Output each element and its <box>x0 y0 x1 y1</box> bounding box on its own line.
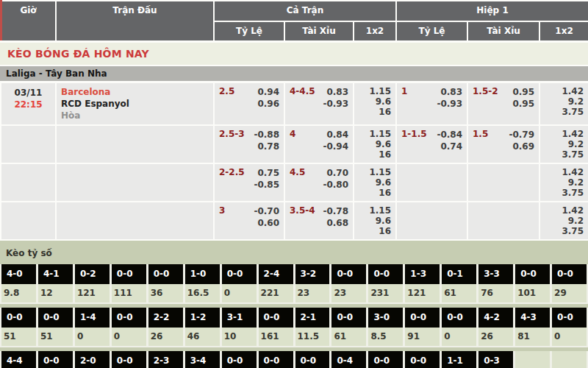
handicap-line: 2-2.5 <box>219 167 245 177</box>
odds-value[interactable]: 9.2 <box>545 216 584 226</box>
odds-cell-ft-1x2-cell: 1.159.616 <box>354 125 396 163</box>
odds-value[interactable]: 1.42 <box>545 86 584 96</box>
odds-value[interactable]: 0.60 <box>219 217 279 229</box>
score-odd-value[interactable]: 101 <box>515 284 550 302</box>
odds-value[interactable]: 9.2 <box>545 139 584 149</box>
col-group-full-time: Cả Trận <box>214 1 396 21</box>
odds-value[interactable]: 9.6 <box>359 216 391 226</box>
score-label: 0-0 <box>112 351 146 368</box>
odds-value[interactable]: 0.84 <box>290 129 348 141</box>
score-row: 4-04-10-20-00-01-00-02-43-20-00-01-30-13… <box>0 264 588 304</box>
score-odd-value[interactable]: 111 <box>112 284 146 302</box>
score-odd-value[interactable]: 26 <box>148 328 183 346</box>
score-odd-value[interactable]: 23 <box>331 284 366 302</box>
score-odd-value[interactable]: 26 <box>478 328 513 346</box>
score-odd-value[interactable]: 0 <box>112 328 146 346</box>
odds-value[interactable]: 0.96 <box>219 98 279 110</box>
score-odd-value[interactable]: 161 <box>259 328 293 346</box>
score-odd-value[interactable]: 11.5 <box>295 328 330 346</box>
score-odd-value[interactable]: 121 <box>75 284 110 302</box>
odds-value[interactable]: 0.95 <box>473 98 534 110</box>
odds-value[interactable]: 9.2 <box>545 177 584 188</box>
odds-value[interactable]: 16 <box>359 226 391 236</box>
score-odd-value[interactable]: 0 <box>552 328 587 346</box>
score-label: 2-0 <box>75 351 110 368</box>
odds-value[interactable]: 9.6 <box>359 96 391 107</box>
score-odd-value[interactable]: 46 <box>185 328 220 346</box>
score-odd-value[interactable]: 0 <box>75 328 110 346</box>
odds-value[interactable]: 3.75 <box>545 149 584 160</box>
score-odd-value[interactable]: 51 <box>38 328 73 346</box>
col-header-time: Giờ <box>1 1 56 41</box>
odds-value[interactable]: 0.69 <box>473 141 534 152</box>
score-label: 3-1 <box>222 308 257 328</box>
score-odd-value[interactable]: 0 <box>222 284 257 302</box>
odds-value[interactable]: -0.80 <box>290 179 348 191</box>
league-title[interactable]: Laliga - Tây Ban Nha <box>0 66 588 81</box>
score-odd-value[interactable]: 0 <box>442 328 476 346</box>
odds-value[interactable]: 3.75 <box>545 188 584 198</box>
odds-value[interactable]: 1.15 <box>359 205 391 216</box>
score-odd-value[interactable]: 9.8 <box>1 284 36 302</box>
score-label: 0-0 <box>552 264 587 284</box>
col-header-match: Trận Đấu <box>56 1 214 41</box>
odds-value[interactable]: -0.94 <box>290 141 348 152</box>
odds-value[interactable]: -0.85 <box>219 179 279 191</box>
odds-value[interactable]: 16 <box>359 107 391 117</box>
score-label: 4-4 <box>1 351 36 368</box>
odds-cell-ft-handicap-cell: 3-0.700.60 <box>214 202 284 240</box>
handicap-line: 1-1.5 <box>401 129 427 139</box>
score-odd-value[interactable]: 61 <box>331 328 366 346</box>
score-odd-value[interactable]: 76 <box>478 284 513 302</box>
away-team-name[interactable]: RCD Espanyol <box>61 98 209 110</box>
odds-cell-h1-1x2-cell: 1.429.23.75 <box>539 163 588 202</box>
odds-value[interactable]: 9.2 <box>545 96 584 107</box>
match-teams-cell <box>56 163 214 202</box>
score-odd-value[interactable]: 51 <box>1 328 36 346</box>
score-odd-value[interactable]: 36 <box>148 284 183 302</box>
odds-value[interactable]: 3.75 <box>545 226 584 236</box>
odds-value[interactable]: 0.78 <box>219 141 279 152</box>
home-team-name[interactable]: Barcelona <box>61 86 209 98</box>
odds-value[interactable]: 16 <box>359 149 391 160</box>
score-odd-value[interactable]: 29 <box>552 284 587 302</box>
score-odd-value[interactable]: 16.5 <box>185 284 220 302</box>
odds-value[interactable]: -0.93 <box>290 98 348 110</box>
odds-value[interactable]: 9.6 <box>359 177 391 188</box>
score-odd-value[interactable]: 61 <box>442 284 476 302</box>
match-kickoff-time: 22:15 <box>6 99 51 110</box>
score-label: 0-2 <box>75 264 110 284</box>
score-label: 0-0 <box>148 264 183 284</box>
match-teams-cell <box>56 125 214 163</box>
odds-value[interactable]: -0.93 <box>401 98 462 110</box>
score-label: 0-0 <box>222 264 257 284</box>
odds-value[interactable]: 0.68 <box>290 217 348 229</box>
score-label <box>552 351 587 368</box>
odds-value[interactable]: 1.15 <box>359 129 391 139</box>
odds-value[interactable]: 1.15 <box>359 167 391 177</box>
odds-value[interactable]: 1.42 <box>545 129 584 139</box>
score-odd-value[interactable]: 81 <box>515 328 550 346</box>
score-label: 0-0 <box>442 308 476 328</box>
odds-value[interactable]: 0.74 <box>401 141 462 152</box>
odds-value[interactable]: -0.70 <box>219 205 279 217</box>
score-odd-value[interactable]: 121 <box>405 284 440 302</box>
odds-value[interactable]: 3.75 <box>545 107 584 117</box>
score-label: 2-2 <box>148 308 183 328</box>
odds-value[interactable]: 9.6 <box>359 139 391 149</box>
score-odd-value[interactable]: 91 <box>405 328 440 346</box>
odds-cell-ft-handicap-cell: 2-2.50.75-0.85 <box>214 163 284 202</box>
odds-value[interactable]: 16 <box>359 188 391 198</box>
odds-value[interactable]: 1.42 <box>545 167 584 177</box>
score-odd-value[interactable]: 10 <box>222 328 257 346</box>
score-odd-value[interactable]: 231 <box>368 284 403 302</box>
score-label: 2-4 <box>259 264 293 284</box>
odds-row: 2-2.50.75-0.854.50.70-0.801.159.6161.429… <box>1 163 588 202</box>
odds-value[interactable]: 1.42 <box>545 205 584 216</box>
odds-value[interactable]: 0.83 <box>401 86 462 98</box>
score-odd-value[interactable]: 12 <box>38 284 73 302</box>
score-odd-value[interactable]: 23 <box>295 284 330 302</box>
score-odd-value[interactable]: 221 <box>259 284 293 302</box>
score-odd-value[interactable]: 8.5 <box>368 328 403 346</box>
odds-value[interactable]: 1.15 <box>359 86 391 96</box>
